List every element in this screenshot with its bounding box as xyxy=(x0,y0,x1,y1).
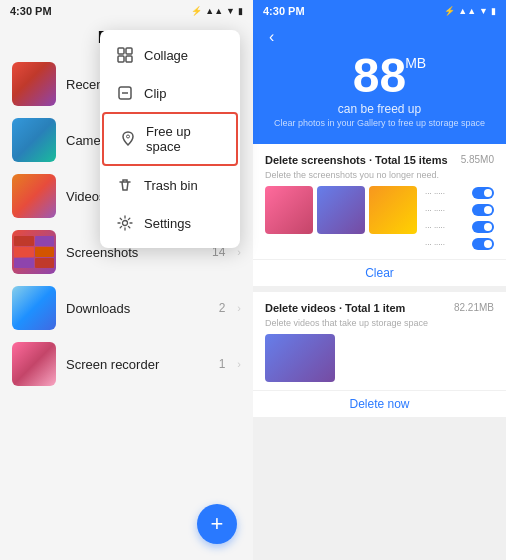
menu-item-free-space[interactable]: Free up space xyxy=(102,112,238,166)
section-videos-desc: Delete videos that take up storage space xyxy=(253,318,506,334)
toggle-label-2: ··· ····· xyxy=(425,206,445,215)
svg-rect-3 xyxy=(126,56,132,62)
svg-point-6 xyxy=(127,135,130,138)
section-screenshots: Delete screenshots · Total 15 items 5.85… xyxy=(253,144,506,286)
free-space-number: 88MB xyxy=(353,52,406,100)
free-space-label: Free up space xyxy=(146,124,220,154)
clip-label: Clip xyxy=(144,86,166,101)
wifi-icon: ▼ xyxy=(226,6,235,16)
count-recorder: 1 xyxy=(219,357,226,371)
menu-item-settings[interactable]: Settings xyxy=(100,204,240,242)
toggle-list: ··· ····· ··· ····· ··· ····· ··· ····· xyxy=(421,186,494,251)
svg-rect-0 xyxy=(118,48,124,54)
status-icons-right: ⚡ ▲▲ ▼ ▮ xyxy=(444,6,496,16)
toggle-item-1: ··· ····· xyxy=(425,186,494,200)
menu-item-collage[interactable]: Collage xyxy=(100,36,240,74)
fab-plus-icon: + xyxy=(211,511,224,537)
section-screenshots-size: 5.85M0 xyxy=(461,154,494,165)
svg-point-7 xyxy=(123,221,128,226)
screenshot-thumb-1 xyxy=(265,186,313,234)
trash-label: Trash bin xyxy=(144,178,198,193)
toggle-switch-4[interactable] xyxy=(472,238,494,250)
section-videos-size: 82.21MB xyxy=(454,302,494,313)
settings-label: Settings xyxy=(144,216,191,231)
sections-scroll: Delete screenshots · Total 15 items 5.85… xyxy=(253,144,506,560)
toggle-item-3: ··· ····· xyxy=(425,220,494,234)
toggle-switch-1[interactable] xyxy=(472,187,494,199)
thumbnail-videos xyxy=(12,174,56,218)
menu-item-trash[interactable]: Trash bin xyxy=(100,166,240,204)
chevron-downloads: › xyxy=(237,302,241,314)
toggle-label-1: ··· ····· xyxy=(425,189,445,198)
free-space-icon xyxy=(120,130,136,148)
collage-icon xyxy=(116,46,134,64)
status-time-left: 4:30 PM xyxy=(10,5,52,17)
toggle-item-2: ··· ····· xyxy=(425,203,494,217)
svg-rect-1 xyxy=(126,48,132,54)
list-item-downloads[interactable]: Downloads 2 › xyxy=(0,280,253,336)
toggle-label-4: ··· ····· xyxy=(425,240,445,249)
screenshot-thumb-2 xyxy=(317,186,365,234)
count-downloads: 2 xyxy=(219,301,226,315)
back-button[interactable]: ‹ xyxy=(265,26,278,48)
chevron-recorder: › xyxy=(237,358,241,370)
toggle-label-3: ··· ····· xyxy=(425,223,445,232)
videos-thumbs-row xyxy=(253,334,506,390)
thumbnail-recorder xyxy=(12,342,56,386)
section-screenshots-header: Delete screenshots · Total 15 items 5.85… xyxy=(253,144,506,170)
settings-icon xyxy=(116,214,134,232)
list-item-screen-recorder[interactable]: Screen recorder 1 › xyxy=(0,336,253,392)
svg-rect-2 xyxy=(118,56,124,62)
signal-icon-right: ▲▲ xyxy=(458,6,476,16)
section-videos-header: Delete videos · Total 1 item 82.21MB xyxy=(253,292,506,318)
wifi-icon-right: ▼ xyxy=(479,6,488,16)
section-screenshots-desc: Delete the screenshots you no longer nee… xyxy=(253,170,506,186)
free-space-display: 88MB xyxy=(353,52,406,100)
thumbnail-screenshots xyxy=(12,230,56,274)
trash-icon xyxy=(116,176,134,194)
screenshots-thumbs-row: ··· ····· ··· ····· ··· ····· ··· ····· xyxy=(253,186,506,259)
section-screenshots-title: Delete screenshots · Total 15 items xyxy=(265,154,448,166)
battery-icon: ▮ xyxy=(238,6,243,16)
toggle-item-4: ··· ····· xyxy=(425,237,494,251)
status-time-right: 4:30 PM xyxy=(263,5,305,17)
toggle-switch-2[interactable] xyxy=(472,204,494,216)
free-space-unit: MB xyxy=(405,56,426,70)
bluetooth-icon: ⚡ xyxy=(191,6,202,16)
thumbnail-camera xyxy=(12,118,56,162)
menu-item-clip[interactable]: Clip xyxy=(100,74,240,112)
section-videos: Delete videos · Total 1 item 82.21MB Del… xyxy=(253,292,506,417)
right-header: ‹ 88MB can be freed up Clear photos in y… xyxy=(253,22,506,144)
signal-icon: ▲▲ xyxy=(205,6,223,16)
toggle-switch-3[interactable] xyxy=(472,221,494,233)
label-downloads: Downloads xyxy=(66,301,209,316)
delete-now-button[interactable]: Delete now xyxy=(253,390,506,417)
status-icons-left: ⚡ ▲▲ ▼ ▮ xyxy=(191,6,243,16)
clear-button[interactable]: Clear xyxy=(253,259,506,286)
free-space-desc: Clear photos in your Gallery to free up … xyxy=(274,118,485,128)
status-bar-right: 4:30 PM ⚡ ▲▲ ▼ ▮ xyxy=(253,0,506,22)
right-panel: 4:30 PM ⚡ ▲▲ ▼ ▮ ‹ 88MB can be freed up … xyxy=(253,0,506,560)
collage-label: Collage xyxy=(144,48,188,63)
battery-icon-right: ▮ xyxy=(491,6,496,16)
thumbnail-recent xyxy=(12,62,56,106)
status-bar-left: 4:30 PM ⚡ ▲▲ ▼ ▮ xyxy=(0,0,253,22)
thumbnail-downloads xyxy=(12,286,56,330)
bt-icon-right: ⚡ xyxy=(444,6,455,16)
section-videos-title: Delete videos · Total 1 item xyxy=(265,302,405,314)
label-recorder: Screen recorder xyxy=(66,357,209,372)
fab-add-button[interactable]: + xyxy=(197,504,237,544)
chevron-screenshots: › xyxy=(237,246,241,258)
video-thumb-1 xyxy=(265,334,335,382)
screenshot-thumb-3 xyxy=(369,186,417,234)
clip-icon xyxy=(116,84,134,102)
free-space-subtitle: can be freed up xyxy=(338,102,421,116)
left-panel: 4:30 PM ⚡ ▲▲ ▼ ▮ Photos Recent Camera Vi… xyxy=(0,0,253,560)
dropdown-menu: Collage Clip Free up space xyxy=(100,30,240,248)
